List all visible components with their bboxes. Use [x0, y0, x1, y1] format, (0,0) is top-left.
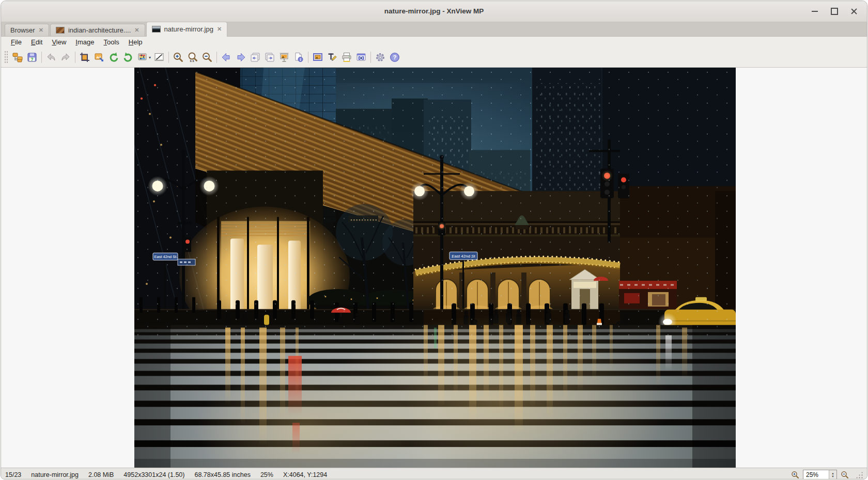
toolbar-separator [168, 52, 169, 63]
tab-browser[interactable]: Browser ✕ [5, 24, 49, 36]
rotate-right-button[interactable] [121, 50, 135, 65]
crop-button[interactable] [78, 50, 92, 65]
status-filesize: 2.08 MiB [88, 471, 114, 478]
tab-label: nature-mirror.jpg [164, 25, 213, 33]
status-zoom: 25% [260, 471, 273, 478]
status-filename: nature-mirror.jpg [31, 471, 79, 478]
tabbar: Browser ✕ indian-architecture.... ✕ natu… [1, 22, 867, 37]
tab-label: indian-architecture.... [68, 26, 131, 34]
spin-down-icon[interactable]: ▼ [831, 475, 834, 478]
menu-tools[interactable]: Tools [99, 37, 123, 47]
zoom-actual-size-button[interactable]: 1:1 [185, 50, 200, 65]
maximize-button[interactable] [827, 4, 842, 19]
adjustments-dropdown-caret[interactable]: ▾ [149, 55, 151, 60]
zoom-out-button[interactable] [200, 50, 214, 65]
minimize-icon [812, 11, 818, 12]
crop-icon [79, 52, 90, 63]
last-image-button[interactable] [262, 50, 277, 65]
previous-image-button[interactable] [219, 50, 234, 65]
redo-icon [60, 52, 71, 63]
browse-icon [12, 52, 23, 63]
photo-nature-mirror[interactable]: East 42nd St East 42nd St [134, 68, 736, 468]
settings-button[interactable] [373, 50, 388, 65]
svg-text:?: ? [30, 57, 34, 62]
browse-button[interactable] [10, 50, 25, 65]
svg-text:1:1: 1:1 [190, 59, 194, 62]
image-info-icon [293, 52, 304, 63]
window-resize-grip[interactable] [856, 471, 863, 478]
fullscreen-button[interactable] [311, 50, 325, 65]
tab-close-icon[interactable]: ✕ [134, 27, 139, 33]
image-canvas[interactable]: East 42nd St East 42nd St [1, 68, 867, 468]
fullscreen-icon [312, 52, 323, 63]
zoom-out-icon [202, 52, 213, 63]
toolbar-separator [308, 52, 308, 63]
annotate-icon [327, 52, 338, 63]
minimize-button[interactable] [807, 4, 823, 19]
about-button[interactable]: ? [388, 50, 402, 65]
zoom-in-button[interactable] [171, 50, 185, 65]
histogram-icon [153, 52, 165, 63]
slideshow-icon [278, 52, 290, 63]
zoom-value-input[interactable] [803, 470, 829, 480]
tab-label: Browser [10, 26, 35, 34]
titlebar: nature-mirror.jpg - XnView MP [1, 1, 867, 22]
settings-icon [375, 52, 386, 63]
menu-edit[interactable]: Edit [26, 37, 47, 47]
redo-button[interactable] [58, 50, 73, 65]
adjustments-icon [137, 52, 148, 63]
resize-button[interactable] [92, 50, 106, 65]
window-controls [807, 1, 862, 22]
menu-view[interactable]: View [47, 37, 71, 47]
menu-file[interactable]: File [6, 37, 26, 47]
next-image-icon [235, 52, 246, 63]
adjustments-button[interactable] [135, 50, 150, 65]
toolbar: ? ▾ 1:1 ? [1, 47, 867, 68]
zoom-spinbox: ▲ ▼ [803, 470, 837, 480]
photo-svg: East 42nd St East 42nd St [134, 68, 736, 468]
print-icon [341, 52, 352, 63]
window-title: nature-mirror.jpg - XnView MP [1, 1, 867, 22]
tab-thumbnail [152, 26, 161, 33]
xnview-window: nature-mirror.jpg - XnView MP Browser ✕ … [1, 1, 867, 479]
statusbar: 15/23 nature-mirror.jpg 2.08 MiB 4952x33… [1, 468, 867, 479]
toolbar-separator [216, 52, 217, 63]
toolbar-separator [75, 52, 75, 63]
toolbar-separator [41, 52, 42, 63]
status-index: 15/23 [5, 471, 21, 478]
status-cursor-position: X:4064, Y:1294 [283, 471, 327, 478]
tab-close-icon[interactable]: ✕ [217, 26, 222, 32]
zoom-out-icon[interactable] [841, 471, 849, 479]
menu-help[interactable]: Help [124, 37, 147, 47]
about-icon: ? [389, 52, 400, 63]
first-image-button[interactable] [248, 50, 262, 65]
next-image-button[interactable] [234, 50, 248, 65]
tab-nature-mirror[interactable]: nature-mirror.jpg ✕ [146, 22, 228, 37]
menu-image[interactable]: Image [71, 37, 99, 47]
last-image-icon [264, 52, 275, 63]
rotate-left-button[interactable] [106, 50, 121, 65]
photo-rain [134, 68, 736, 341]
tab-close-icon[interactable]: ✕ [39, 27, 43, 33]
slideshow-button[interactable] [277, 50, 291, 65]
tab-thumbnail [56, 27, 65, 34]
undo-button[interactable] [44, 50, 58, 65]
undo-icon [45, 52, 57, 63]
close-button[interactable] [846, 4, 862, 19]
zoom-actual-size-icon: 1:1 [187, 52, 198, 63]
resize-icon [94, 52, 105, 63]
screen-capture-icon [355, 52, 367, 63]
annotate-button[interactable] [325, 50, 339, 65]
print-button[interactable] [339, 50, 354, 65]
maximize-icon [831, 8, 838, 15]
tab-indian-architecture[interactable]: indian-architecture.... ✕ [50, 24, 145, 36]
close-icon [851, 8, 857, 14]
toolbar-grip[interactable] [4, 51, 9, 64]
toolbar-separator [370, 52, 371, 63]
histogram-button[interactable] [152, 50, 166, 65]
zoom-in-icon[interactable] [791, 471, 799, 479]
image-info-button[interactable] [291, 50, 306, 65]
screen-capture-button[interactable] [354, 50, 368, 65]
zoom-in-icon [173, 52, 184, 63]
save-button[interactable]: ? [25, 50, 39, 65]
